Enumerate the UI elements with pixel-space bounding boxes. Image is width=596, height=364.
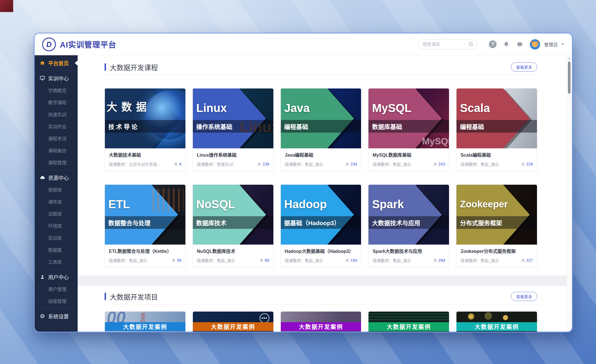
person-icon [433,258,437,263]
sidebar-item-label: 学情概览 [48,87,66,94]
sidebar-item[interactable]: 实训作业 [35,120,78,132]
sidebar-divider [38,170,75,170]
sidebar-item[interactable]: 视频库 [35,184,78,196]
student-count: 4 [174,162,181,166]
student-count: 58 [171,258,181,263]
student-count: 234 [345,162,357,166]
sidebar-item[interactable]: 班级管理 [35,295,78,307]
app-header: D AI实训管理平台 ? 管理员 ▼ [35,34,572,55]
sidebar-section-label: 用户中心 [48,273,69,281]
course-card-image: Spark大数据技术与应用 [368,185,449,245]
course-card[interactable]: LinuxLinux操作系统基础Linux操作系统基础授课教师：管理员10239 [193,88,274,171]
sidebar-item[interactable]: 快速实训 [35,108,78,120]
course-card[interactable]: Spark大数据技术与应用Spark大数据技术与应用授课教师：售前_演示294 [368,184,449,267]
person-icon [521,258,525,263]
sidebar-section-user[interactable]: 用户中心 [35,271,78,283]
sidebar-item[interactable]: 用户管理 [35,283,78,295]
scrollbar-thumb[interactable] [568,62,570,94]
course-image-title: 大 数 据 [107,102,147,113]
project-card[interactable]: 大数据开发案例 [281,311,362,332]
user-name[interactable]: 管理员 [544,41,558,48]
sidebar-item[interactable]: 课程考试 [35,132,78,144]
help-icon[interactable]: ? [489,40,497,48]
user-menu-caret-icon[interactable]: ▼ [561,42,564,46]
sidebar-item[interactable]: 实训库 [35,232,78,244]
sidebar-item-label: 课程考试 [48,135,66,142]
sidebar-section-monitor[interactable]: 实训中心 [35,72,78,84]
project-card[interactable]: •••大数据开发案例 [193,311,274,332]
sidebar-item-home[interactable]: 平台首页 [35,57,78,69]
sidebar-item-label: 实训作业 [48,123,66,130]
arrow-shape [281,185,361,245]
person-icon [257,162,261,166]
banknote-text: 壹佰 [139,313,146,323]
course-card[interactable]: 大 数 据技 术 导 论大数据技术基础授课教师：北京市对外贸易学校教...4 [105,88,186,171]
section-divider [105,304,537,304]
sidebar-item-label: 课件库 [48,198,62,205]
sidebar-item-label: 环境库 [48,222,62,229]
sidebar-item-label: 教学课程 [48,99,66,106]
project-card[interactable]: 大数据开发案例 [368,311,449,332]
course-card[interactable]: Hadoop据基础（Hadoop3）Hadoop大数据基础（Hadoop3）授课… [281,184,362,267]
section-title: 大数据开发项目 [110,292,158,302]
course-card-image: NoSQL数据库技术 [193,185,273,245]
view-more-button[interactable]: 查看更多 [511,292,537,301]
search-icon[interactable] [468,41,474,48]
course-card[interactable]: ETL数据整合与处理ETL数据整合与处理（Kettle）授课教师：售前_演示58 [105,184,186,267]
project-card[interactable]: 大数据开发案例 [456,311,537,332]
project-card-image: •••大数据开发案例 [193,312,273,332]
course-card-image: LinuxLinux操作系统基础 [193,88,273,148]
course-card-image: ETL数据整合与处理 [105,185,185,245]
course-card[interactable]: Scala编程基础Scala编程基础授课教师：售前_演示228 [456,88,537,171]
course-teacher: 授课教师：售前_演示 [197,257,235,263]
course-teacher: 授课教师：售前_演示 [460,161,499,167]
student-count: 294 [433,258,445,263]
sidebar-item[interactable]: 教学课程 [35,96,78,108]
sidebar-item[interactable]: 课程管理 [35,156,78,168]
course-image-band: 分布式服务框架 [456,216,537,229]
course-card[interactable]: Java编程基础Java编程基础授课教师：售前_演示234 [281,88,362,171]
course-card[interactable]: NoSQL数据库技术NoSQL数据库技术授课教师：售前_演示60 [193,184,274,267]
project-banner: 大数据开发案例 [193,322,273,331]
course-teacher: 授课教师：售前_演示 [109,257,147,263]
sidebar-item[interactable]: 课程备份 [35,144,78,156]
sidebar-section-gear[interactable]: ⚙系统设置 [35,310,78,322]
course-card-info: NoSQL数据库技术授课教师：售前_演示60 [193,245,273,267]
sidebar-item[interactable]: 数据集 [35,244,78,256]
course-title: MySQL数据库基础 [372,151,445,158]
project-banner: 大数据开发案例 [281,322,361,331]
sidebar-item-label: 数据集 [48,246,62,253]
messages-chat-icon[interactable] [516,41,524,48]
ellipsis-icon: ••• [260,313,269,323]
course-image-band: 技 术 导 论 [105,120,185,133]
section-title: 大数据开发课程 [110,62,158,72]
project-card[interactable]: 00壹佰大数据开发案例 [105,311,186,332]
view-more-button[interactable]: 查看更多 [511,62,537,72]
course-card-info: Scala编程基础授课教师：售前_演示228 [456,148,537,171]
course-card[interactable]: MySQLMySQL数据库基础MySQL数据库基础授课教师：售前_演示243 [368,88,449,171]
sidebar-divider [38,269,75,269]
sidebar-item[interactable]: 环境库 [35,220,78,232]
course-image-subtitle: 数据库基础 [372,122,402,131]
sidebar-item[interactable]: 试题库 [35,208,78,220]
sidebar-item[interactable]: 学情概览 [35,84,78,96]
course-image-subtitle: 分布式服务框架 [460,218,502,227]
sidebar-divider [38,70,75,71]
notifications-bell-icon[interactable] [503,41,510,48]
sidebar-item[interactable]: 工具库 [35,256,78,268]
section-accent-bar [105,293,106,300]
scrollbar[interactable]: ▲ [566,55,572,332]
course-image-subtitle: 编程基础 [284,122,308,131]
course-card[interactable]: Zookeeper分布式服务框架Zookeeper分布式服务框架授课教师：售前_… [456,184,537,267]
person-icon [171,258,176,263]
course-card-image: Zookeeper分布式服务框架 [456,185,537,245]
scrollbar-up-arrow-icon[interactable]: ▲ [567,55,572,60]
course-image-subtitle: 数据整合与处理 [108,218,150,227]
sidebar-section-label: 资源中心 [48,174,69,181]
course-image-subtitle: 数据库技术 [196,218,226,227]
user-avatar[interactable] [530,39,540,50]
sidebar-section-cloud[interactable]: 资源中心 [35,172,78,184]
arrow-shape [193,185,273,245]
sidebar-item[interactable]: 课件库 [35,196,78,208]
course-card-info: Zookeeper分布式服务框架授课教师：售前_演示227 [456,245,537,267]
